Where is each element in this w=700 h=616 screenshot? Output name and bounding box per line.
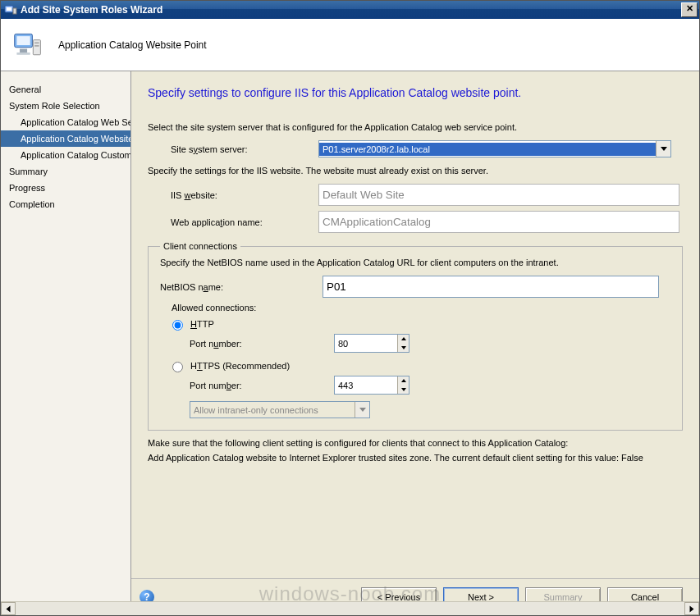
client-connections-group: Client connections Specify the NetBIOS n… (148, 241, 683, 431)
site-system-server-value: P01.server2008r2.lab.local (319, 143, 656, 156)
dropdown-button[interactable] (656, 141, 670, 157)
site-system-label: Site system server: (148, 144, 318, 154)
banner-title: Application Catalog Website Point (58, 39, 207, 51)
banner: Application Catalog Website Point (1, 19, 699, 71)
intranet-only-select: Allow intranet-only connections (190, 401, 370, 418)
instruction-iis: Specify the settings for the IIS website… (148, 166, 683, 176)
nav-progress[interactable]: Progress (1, 180, 130, 196)
svg-rect-1 (7, 7, 11, 11)
https-radio[interactable] (172, 362, 183, 372)
svg-rect-5 (20, 48, 27, 52)
window-title: Add Site System Roles Wizard (21, 4, 162, 16)
horizontal-scrollbar[interactable] (1, 601, 699, 615)
nav-app-catalog-website[interactable]: Application Catalog Website (1, 130, 130, 147)
footnote-line2: Add Application Catalog website to Inter… (148, 452, 683, 463)
http-port-input[interactable] (335, 335, 397, 352)
app-icon (4, 3, 17, 16)
spin-down-icon[interactable] (398, 344, 409, 353)
body: General System Role Selection Applicatio… (1, 71, 699, 615)
client-connections-legend: Client connections (160, 241, 240, 251)
nav-completion[interactable]: Completion (1, 196, 130, 212)
nav-app-catalog-customization[interactable]: Application Catalog Customi (1, 147, 130, 163)
svg-rect-6 (16, 52, 30, 55)
intranet-only-value: Allow intranet-only connections (190, 404, 355, 417)
spin-down-icon[interactable] (398, 386, 409, 395)
https-port-input[interactable] (335, 376, 397, 394)
sidebar: General System Role Selection Applicatio… (1, 71, 131, 615)
https-port-label: Port number: (190, 381, 334, 390)
nav-general[interactable]: General (1, 81, 130, 98)
https-port-spinner[interactable] (334, 376, 409, 395)
webapp-name-input[interactable] (318, 211, 679, 233)
netbios-label: NetBIOS name: (149, 282, 323, 292)
chevron-right-icon (690, 605, 694, 612)
instruction-site-system: Select the site system server that is co… (148, 122, 683, 132)
http-radio-label: HTTP (190, 319, 214, 329)
scroll-left-button[interactable] (1, 602, 16, 615)
svg-rect-9 (34, 45, 39, 47)
webapp-name-label: Web application name: (148, 217, 318, 227)
nav-system-role-selection[interactable]: System Role Selection (1, 98, 130, 114)
netbios-name-input[interactable] (323, 276, 659, 298)
svg-rect-8 (34, 42, 39, 43)
nav-app-catalog-web-service[interactable]: Application Catalog Web Se (1, 114, 130, 130)
client-instruction: Specify the NetBIOS name used in the App… (160, 258, 670, 267)
iis-website-input[interactable] (318, 184, 679, 206)
spin-up-icon[interactable] (398, 335, 409, 344)
dropdown-button-disabled (355, 402, 369, 418)
http-port-label: Port number: (190, 339, 334, 349)
scroll-right-button[interactable] (684, 602, 699, 615)
svg-rect-2 (13, 8, 16, 14)
chevron-down-icon (359, 408, 366, 412)
titlebar: Add Site System Roles Wizard ✕ (1, 1, 699, 19)
page-heading: Specify settings to configure IIS for th… (148, 86, 683, 99)
http-radio[interactable] (172, 320, 183, 331)
site-system-server-select[interactable]: P01.server2008r2.lab.local (318, 140, 671, 157)
wizard-window: Add Site System Roles Wizard ✕ Applicati… (0, 0, 700, 616)
chevron-down-icon (661, 147, 667, 151)
iis-website-label: IIS website: (148, 190, 318, 200)
svg-rect-4 (16, 36, 30, 45)
close-button[interactable]: ✕ (681, 2, 698, 17)
main-panel: Specify settings to configure IIS for th… (131, 71, 699, 615)
http-port-spinner[interactable] (334, 334, 409, 353)
allowed-connections-label: Allowed connections: (172, 303, 670, 313)
chevron-left-icon (7, 605, 11, 612)
spin-up-icon[interactable] (398, 376, 409, 386)
nav-summary[interactable]: Summary (1, 163, 130, 180)
banner-icon (12, 30, 43, 61)
footnote-line1: Make sure that the following client sett… (148, 437, 683, 449)
scroll-track[interactable] (16, 603, 684, 614)
https-radio-label: HTTPS (Recommended) (190, 361, 290, 371)
